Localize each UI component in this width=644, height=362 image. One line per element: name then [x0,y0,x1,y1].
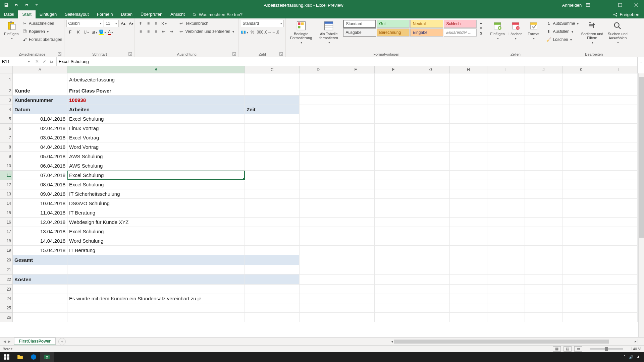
cell[interactable] [67,255,245,265]
cell[interactable] [245,86,300,96]
cell[interactable] [562,105,600,114]
cell[interactable] [412,208,450,218]
undo-icon[interactable] [13,1,20,9]
cell[interactable] [375,227,412,236]
cell[interactable] [375,105,412,114]
cell[interactable] [525,142,562,152]
tell-me-search[interactable]: Was möchten Sie tun? [189,11,246,18]
cell[interactable] [562,73,600,86]
format-painter-button[interactable]: 🖌Format übertragen [22,36,62,43]
row-header[interactable]: 16 [0,218,13,227]
conditional-formatting-button[interactable]: Bedingte Formatierung▾ [288,20,314,45]
cell[interactable] [562,189,600,199]
cell[interactable] [562,142,600,152]
cell[interactable]: 13.04.2018 [13,227,67,236]
cell[interactable] [525,218,562,227]
hscroll-right-icon[interactable]: ► [634,339,638,344]
cell[interactable] [525,152,562,161]
dialog-launcher-icon[interactable]: ↘ [128,52,132,56]
cell[interactable] [412,73,450,86]
tab-view[interactable]: Ansicht [166,10,189,18]
cell[interactable] [245,171,300,180]
row-header[interactable]: 20 [0,255,13,265]
cell[interactable]: Kosten [13,275,67,285]
cell[interactable] [450,114,487,124]
cell[interactable]: 06.04.2018 [13,161,67,171]
cell[interactable] [600,124,638,133]
cell[interactable] [450,275,487,285]
close-button[interactable] [629,0,644,10]
cell[interactable] [412,199,450,208]
cell[interactable] [450,189,487,199]
cell[interactable] [13,303,67,313]
cell[interactable]: Kunde [13,86,67,96]
col-header[interactable]: A [13,66,67,73]
cell[interactable] [600,208,638,218]
dialog-launcher-icon[interactable]: ↘ [232,52,236,56]
cell[interactable] [450,96,487,105]
cell[interactable]: Word Schulung [67,236,245,246]
decrease-decimal-icon[interactable]: ←.0 [272,28,279,36]
cell[interactable] [450,208,487,218]
cell[interactable] [525,171,562,180]
tab-home[interactable]: Start [18,10,35,18]
cell[interactable] [600,152,638,161]
cell[interactable] [487,133,525,142]
align-right-icon[interactable]: ≡ [152,28,160,35]
cell[interactable]: Datum [13,105,67,114]
cell[interactable]: 15.04.2018 [13,246,67,255]
cell[interactable] [450,161,487,171]
cell[interactable]: Excel Schulung [67,114,245,124]
cell[interactable]: AWS Schulung [67,161,245,171]
cell[interactable] [300,152,337,161]
cell[interactable] [67,285,245,294]
cell[interactable] [337,265,375,275]
cell[interactable] [450,313,487,322]
cell[interactable] [450,133,487,142]
find-select-button[interactable]: Suchen und Auswählen▾ [605,20,630,45]
cell[interactable] [337,96,375,105]
signin-button[interactable]: Anmelden [564,0,580,10]
cell[interactable]: 10.04.2018 [13,199,67,208]
cell[interactable] [525,294,562,303]
cell[interactable] [412,313,450,322]
cell[interactable] [337,105,375,114]
cell[interactable] [245,303,300,313]
cell[interactable] [600,171,638,180]
styles-scroll-down-icon[interactable]: ▾ [477,25,485,31]
cell[interactable] [562,227,600,236]
align-bottom-icon[interactable]: ⇟ [152,20,160,27]
cell[interactable] [487,236,525,246]
cell[interactable] [450,218,487,227]
cell[interactable] [337,171,375,180]
clear-button[interactable]: 🧹Löschen▾ [546,36,579,43]
cell[interactable] [525,124,562,133]
cell[interactable] [562,236,600,246]
cell[interactable] [562,171,600,180]
cell[interactable] [600,133,638,142]
file-explorer-icon[interactable] [13,352,27,362]
cell[interactable]: Excel Schulung [67,171,245,180]
excel-taskbar-icon[interactable]: X [40,352,54,362]
cell[interactable] [487,189,525,199]
col-header[interactable]: J [525,66,562,73]
cell[interactable] [337,294,375,303]
row-header[interactable]: 19 [0,246,13,255]
cell[interactable]: Excel Schulung [67,180,245,189]
cell[interactable] [375,161,412,171]
cell[interactable] [300,180,337,189]
cell[interactable] [245,255,300,265]
cell[interactable] [600,285,638,294]
row-header[interactable]: 18 [0,236,13,246]
style-eingabe[interactable]: Eingabe [410,28,443,37]
cell[interactable] [337,246,375,255]
col-header[interactable]: F [375,66,412,73]
cell[interactable] [300,313,337,322]
bold-button[interactable]: F [66,28,74,36]
cell[interactable] [375,124,412,133]
row-header[interactable]: 26 [0,313,13,322]
cell[interactable] [412,285,450,294]
cell[interactable] [600,73,638,86]
expand-formula-bar-icon[interactable]: ⌄ [637,57,644,66]
cell[interactable] [562,208,600,218]
